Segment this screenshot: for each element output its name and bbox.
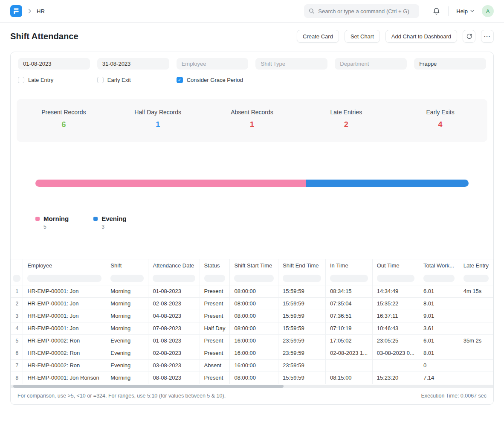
- cell-shift-start-time[interactable]: 08:00:00: [230, 322, 278, 334]
- horizontal-scrollbar-thumb[interactable]: [13, 385, 284, 388]
- column-filter-input[interactable]: [13, 275, 20, 282]
- create-card-button[interactable]: Create Card: [297, 30, 339, 43]
- cell-shift-start-time[interactable]: 08:00:00: [230, 372, 278, 384]
- cell-total-work[interactable]: 8.01: [419, 347, 459, 359]
- column-header[interactable]: Shift: [106, 259, 148, 272]
- cell-employee[interactable]: HR-EMP-00001: Jon Ronson: [23, 372, 106, 384]
- cell-shift-start-time[interactable]: 16:00:00: [230, 359, 278, 372]
- cell-shift-start-time[interactable]: 08:00:00: [230, 297, 278, 310]
- cell-out-time[interactable]: 03-08-2023 0...: [372, 347, 419, 359]
- department-filter[interactable]: [335, 58, 407, 70]
- column-filter-input[interactable]: [234, 275, 274, 282]
- cell-in-time[interactable]: 07:10:19: [325, 322, 372, 334]
- cell-shift-end-time[interactable]: 15:59:59: [278, 310, 326, 322]
- menu-button[interactable]: ···: [481, 30, 494, 43]
- cell-status[interactable]: Present: [200, 347, 230, 359]
- cell-shift[interactable]: Evening: [106, 334, 148, 347]
- column-header[interactable]: In Time: [325, 259, 372, 272]
- column-filter-input[interactable]: [283, 275, 321, 282]
- cell-late-entry[interactable]: [459, 322, 493, 334]
- cell-status[interactable]: Present: [200, 334, 230, 347]
- cell-shift[interactable]: Morning: [106, 285, 148, 297]
- cell-shift-start-time[interactable]: 08:00:00: [230, 285, 278, 297]
- column-header[interactable]: Shift Start Time: [230, 259, 278, 272]
- column-header[interactable]: Attendance Date: [148, 259, 200, 272]
- row-number-header[interactable]: [11, 259, 23, 272]
- frappe-logo[interactable]: [10, 5, 22, 17]
- cell-late-entry[interactable]: [459, 347, 493, 359]
- help-menu[interactable]: Help: [456, 8, 474, 15]
- shift-type-filter[interactable]: [255, 58, 327, 70]
- cell-attendance-date[interactable]: 01-08-2023: [148, 334, 200, 347]
- cell-out-time[interactable]: 14:34:49: [372, 285, 419, 297]
- cell-shift-start-time[interactable]: 16:00:00: [230, 347, 278, 359]
- column-header[interactable]: Employee: [23, 259, 106, 272]
- cell-status[interactable]: Absent: [200, 359, 230, 372]
- cell-in-time[interactable]: 08:34:15: [325, 285, 372, 297]
- cell-shift[interactable]: Morning: [106, 372, 148, 384]
- late-entry-checkbox[interactable]: Late Entry: [18, 77, 90, 83]
- column-filter-input[interactable]: [377, 275, 414, 282]
- cell-total-work[interactable]: 7.14: [419, 372, 459, 384]
- cell-shift[interactable]: Morning: [106, 322, 148, 334]
- cell-shift-end-time[interactable]: 23:59:59: [278, 334, 326, 347]
- cell-shift[interactable]: Morning: [106, 297, 148, 310]
- set-chart-button[interactable]: Set Chart: [345, 30, 380, 43]
- global-search[interactable]: [304, 4, 419, 18]
- cell-attendance-date[interactable]: 01-08-2023: [148, 285, 200, 297]
- cell-total-work[interactable]: 0: [419, 359, 459, 372]
- cell-attendance-date[interactable]: 03-08-2023: [148, 359, 200, 372]
- early-exit-checkbox[interactable]: Early Exit: [97, 77, 169, 83]
- cell-attendance-date[interactable]: 02-08-2023: [148, 297, 200, 310]
- cell-employee[interactable]: HR-EMP-00002: Ron: [23, 347, 106, 359]
- cell-out-time[interactable]: 16:37:11: [372, 310, 419, 322]
- cell-shift-end-time[interactable]: 15:59:59: [278, 372, 326, 384]
- cell-employee[interactable]: HR-EMP-00001: Jon: [23, 285, 106, 297]
- cell-late-entry[interactable]: [459, 310, 493, 322]
- cell-shift-end-time[interactable]: 15:59:59: [278, 322, 326, 334]
- cell-employee[interactable]: HR-EMP-00002: Ron: [23, 359, 106, 372]
- cell-attendance-date[interactable]: 07-08-2023: [148, 322, 200, 334]
- cell-status[interactable]: Present: [200, 297, 230, 310]
- cell-out-time[interactable]: 15:23:20: [372, 372, 419, 384]
- cell-shift-end-time[interactable]: 23:59:59: [278, 359, 326, 372]
- cell-attendance-date[interactable]: 04-08-2023: [148, 310, 200, 322]
- cell-attendance-date[interactable]: 08-08-2023: [148, 372, 200, 384]
- cell-in-time[interactable]: 17:05:02: [325, 334, 372, 347]
- cell-out-time[interactable]: 10:46:43: [372, 322, 419, 334]
- column-header[interactable]: Shift End Time: [278, 259, 326, 272]
- consider-grace-period-checkbox[interactable]: ✓ Consider Grace Period: [177, 77, 249, 83]
- cell-shift[interactable]: Evening: [106, 347, 148, 359]
- cell-late-entry[interactable]: 35m 2s: [459, 334, 493, 347]
- cell-shift[interactable]: Evening: [106, 359, 148, 372]
- search-input[interactable]: [318, 8, 412, 15]
- cell-employee[interactable]: HR-EMP-00001: Jon: [23, 322, 106, 334]
- notifications-button[interactable]: [432, 6, 441, 16]
- employee-filter[interactable]: [177, 58, 249, 70]
- cell-out-time[interactable]: 23:05:25: [372, 334, 419, 347]
- cell-shift-end-time[interactable]: 15:59:59: [278, 285, 326, 297]
- column-filter-input[interactable]: [330, 275, 368, 282]
- column-filter-input[interactable]: [463, 275, 489, 282]
- cell-status[interactable]: Present: [200, 285, 230, 297]
- cell-total-work[interactable]: 3.61: [419, 322, 459, 334]
- cell-total-work[interactable]: 6.01: [419, 285, 459, 297]
- cell-status[interactable]: Half Day: [200, 322, 230, 334]
- column-filter-input[interactable]: [153, 275, 195, 282]
- cell-in-time[interactable]: [325, 359, 372, 372]
- cell-late-entry[interactable]: [459, 297, 493, 310]
- column-header[interactable]: Status: [200, 259, 230, 272]
- cell-status[interactable]: Present: [200, 372, 230, 384]
- cell-late-entry[interactable]: [459, 372, 493, 384]
- cell-employee[interactable]: HR-EMP-00001: Jon: [23, 310, 106, 322]
- cell-in-time[interactable]: 02-08-2023 1...: [325, 347, 372, 359]
- column-header[interactable]: Total Work...: [419, 259, 459, 272]
- column-header[interactable]: Late Entry: [459, 259, 493, 272]
- add-chart-to-dashboard-button[interactable]: Add Chart to Dashboard: [385, 30, 457, 43]
- cell-shift-end-time[interactable]: 15:59:59: [278, 297, 326, 310]
- cell-shift-start-time[interactable]: 08:00:00: [230, 310, 278, 322]
- to-date-filter[interactable]: [97, 58, 169, 70]
- cell-out-time[interactable]: 15:35:22: [372, 297, 419, 310]
- column-filter-input[interactable]: [204, 275, 226, 282]
- cell-shift-start-time[interactable]: 16:00:00: [230, 334, 278, 347]
